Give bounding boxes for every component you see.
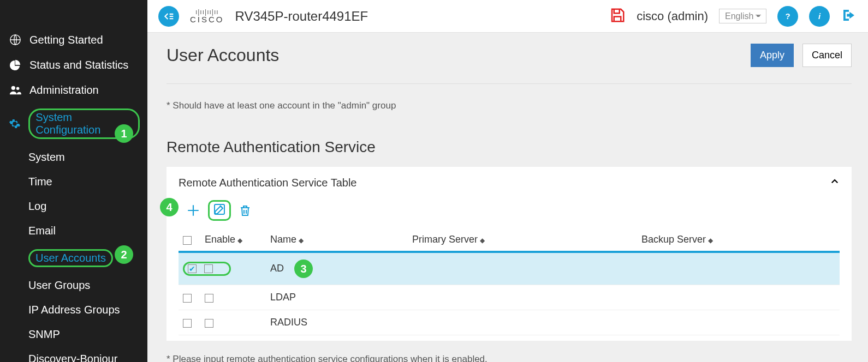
help-icon[interactable]: ? [777, 6, 798, 27]
sidebar-item-ip-groups[interactable]: IP Address Groups [0, 298, 147, 322]
sidebar-label: Getting Started [29, 34, 103, 46]
sidebar-label: Discovery-Bonjour [28, 353, 117, 362]
user-label: cisco (admin) [637, 9, 708, 23]
sidebar-item-user-accounts[interactable]: User Accounts 2 [0, 243, 147, 273]
auth-table: Enable◆ Name◆ Primary Server◆ Backup Ser… [179, 228, 840, 335]
edit-icon[interactable] [213, 203, 226, 216]
annotation-badge-4: 4 [160, 198, 179, 216]
svg-point-1 [11, 86, 15, 90]
svg-text:?: ? [785, 11, 790, 21]
device-name: RV345P-router4491EF [235, 9, 368, 24]
sidebar-label: Email [28, 225, 56, 237]
sidebar-label: IP Address Groups [28, 304, 120, 316]
collapse-icon[interactable] [830, 177, 840, 189]
sidebar-label: Log [28, 200, 46, 213]
sidebar-label: User Accounts [28, 249, 113, 267]
row-enable-checkbox[interactable] [205, 319, 213, 328]
add-icon[interactable] [186, 203, 200, 218]
table-row[interactable]: AD 3 [179, 252, 840, 285]
logout-icon[interactable] [841, 7, 857, 26]
sidebar-label: System [28, 151, 65, 164]
row-select-checkbox[interactable] [183, 294, 192, 303]
page-header: User Accounts Apply Cancel [167, 44, 852, 67]
table-row[interactable]: RADIUS [179, 310, 840, 335]
sidebar-item-getting-started[interactable]: Getting Started [0, 27, 147, 52]
annotation-badge-3: 3 [294, 260, 313, 278]
sidebar-item-time[interactable]: Time [0, 170, 147, 194]
annotation-badge-1: 1 [115, 124, 133, 143]
sidebar-item-system[interactable]: System [0, 145, 147, 170]
section-title: Remote Authentication Service [167, 138, 852, 156]
sidebar: Getting Started Status and Statistics Ad… [0, 0, 147, 362]
row-name: LDAP [266, 285, 408, 310]
sidebar-label: Administration [29, 84, 99, 96]
content: User Accounts Apply Cancel * Should have… [147, 33, 868, 362]
footnote: * Please input remote authentication ser… [167, 354, 852, 362]
sidebar-item-email[interactable]: Email [0, 219, 147, 243]
col-primary[interactable]: Primary Server [412, 234, 478, 245]
sidebar-item-discovery[interactable]: Discovery-Bonjour [0, 347, 147, 362]
delete-icon[interactable] [239, 204, 252, 217]
language-select[interactable]: English [719, 9, 766, 23]
panel-title: Remote Authentication Service Table [179, 177, 357, 189]
col-name[interactable]: Name [270, 234, 296, 245]
col-backup[interactable]: Backup Server [641, 234, 706, 245]
sidebar-label: Status and Statistics [29, 59, 128, 71]
col-enable[interactable]: Enable [205, 234, 235, 245]
sidebar-item-status[interactable]: Status and Statistics [0, 52, 147, 77]
svg-point-2 [16, 87, 20, 90]
svg-rect-5 [215, 204, 224, 214]
sidebar-label: SNMP [28, 328, 60, 341]
row-enable-checkbox[interactable] [204, 264, 213, 273]
auth-panel: Remote Authentication Service Table 4 [167, 167, 852, 341]
row-name: AD [270, 263, 284, 274]
sidebar-item-log[interactable]: Log [0, 194, 147, 219]
svg-text:i: i [818, 11, 821, 21]
topbar: ı|ıı|ıı|ıı CISCO RV345P-router4491EF cis… [147, 0, 868, 33]
sidebar-item-user-groups[interactable]: User Groups [0, 273, 147, 298]
helper-text: * Should have at least one account in th… [167, 100, 852, 117]
save-icon[interactable] [609, 7, 626, 26]
table-row[interactable]: LDAP [179, 285, 840, 310]
menu-toggle-button[interactable] [158, 6, 179, 27]
users-icon [9, 83, 22, 96]
row-select-checkbox[interactable] [188, 264, 197, 273]
gear-icon [9, 117, 21, 130]
page-title: User Accounts [167, 45, 279, 65]
cancel-button[interactable]: Cancel [802, 44, 852, 67]
globe-icon [9, 33, 22, 46]
select-all-checkbox[interactable] [183, 236, 192, 245]
row-enable-checkbox[interactable] [205, 294, 213, 303]
pie-icon [9, 58, 22, 71]
info-icon[interactable]: i [809, 6, 830, 27]
row-name: RADIUS [266, 310, 408, 335]
cisco-logo: ı|ıı|ıı|ıı CISCO [190, 9, 224, 23]
sidebar-item-system-configuration[interactable]: System Configuration 1 [0, 102, 147, 145]
sidebar-item-admin[interactable]: Administration [0, 77, 147, 102]
sidebar-label: Time [28, 176, 52, 188]
main-area: ı|ıı|ıı|ıı CISCO RV345P-router4491EF cis… [147, 0, 868, 362]
row-select-checkbox[interactable] [183, 319, 192, 328]
apply-button[interactable]: Apply [751, 44, 794, 67]
annotation-badge-2: 2 [115, 245, 133, 264]
sidebar-label: User Groups [28, 279, 90, 292]
sidebar-item-snmp[interactable]: SNMP [0, 322, 147, 347]
